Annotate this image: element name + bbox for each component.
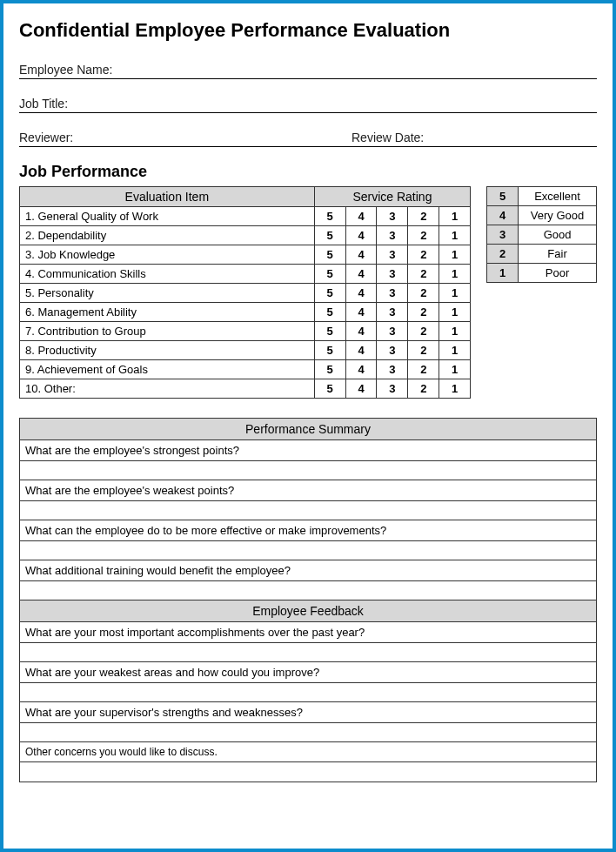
rating-cell-3[interactable]: 3 <box>377 245 408 265</box>
rating-cell-1[interactable]: 1 <box>439 379 471 399</box>
rating-cell-2[interactable]: 2 <box>408 341 439 360</box>
rating-cell-4[interactable]: 4 <box>345 284 377 303</box>
rating-cell-3[interactable]: 3 <box>377 360 408 379</box>
other-concerns-answer[interactable] <box>20 762 596 782</box>
ps-answer[interactable] <box>20 501 596 520</box>
rating-cell-5[interactable]: 5 <box>314 322 345 341</box>
rating-cell-5[interactable]: 5 <box>314 360 345 379</box>
ps-answer[interactable] <box>20 581 596 600</box>
eval-row: 9. Achievement of Goals54321 <box>20 360 471 379</box>
rating-cell-3[interactable]: 3 <box>377 322 408 341</box>
eval-row: 5. Personality54321 <box>20 284 471 303</box>
rating-cell-1[interactable]: 1 <box>439 265 471 284</box>
rating-cell-5[interactable]: 5 <box>314 379 345 399</box>
document-frame: Confidential Employee Performance Evalua… <box>0 0 616 852</box>
rating-cell-1[interactable]: 1 <box>439 360 471 379</box>
ps-question: What are the employee's weakest points? <box>20 480 596 501</box>
legend-row: 4Very Good <box>487 206 597 225</box>
job-title-label: Job Title: <box>19 97 68 111</box>
rating-cell-4[interactable]: 4 <box>345 245 377 265</box>
rating-cell-1[interactable]: 1 <box>439 322 471 341</box>
ps-answer[interactable] <box>20 461 596 480</box>
evaluation-table: Evaluation Item Service Rating 1. Genera… <box>19 186 471 399</box>
legend-desc: Very Good <box>519 206 597 225</box>
rating-cell-5[interactable]: 5 <box>314 303 345 322</box>
rating-cell-4[interactable]: 4 <box>345 207 377 226</box>
rating-cell-4[interactable]: 4 <box>345 226 377 245</box>
field-reviewer-row[interactable]: Reviewer: Review Date: <box>19 129 597 147</box>
rating-cell-4[interactable]: 4 <box>345 265 377 284</box>
rating-cell-3[interactable]: 3 <box>377 265 408 284</box>
rating-cell-5[interactable]: 5 <box>314 226 345 245</box>
rating-cell-3[interactable]: 3 <box>377 284 408 303</box>
rating-cell-2[interactable]: 2 <box>408 322 439 341</box>
performance-summary-section: Performance Summary What are the employe… <box>19 418 597 782</box>
rating-cell-3[interactable]: 3 <box>377 303 408 322</box>
eval-item-label: 5. Personality <box>20 284 315 303</box>
rating-cell-4[interactable]: 4 <box>345 379 377 399</box>
legend-row: 2Fair <box>487 245 597 264</box>
rating-cell-2[interactable]: 2 <box>408 379 439 399</box>
ef-answer[interactable] <box>20 723 596 742</box>
rating-cell-4[interactable]: 4 <box>345 360 377 379</box>
field-employee-name[interactable]: Employee Name: <box>19 61 597 79</box>
legend-num: 3 <box>487 225 519 245</box>
rating-cell-4[interactable]: 4 <box>345 322 377 341</box>
eval-item-label: 3. Job Knowledge <box>20 245 315 265</box>
eval-item-label: 9. Achievement of Goals <box>20 360 315 379</box>
ef-answer[interactable] <box>20 683 596 702</box>
rating-cell-2[interactable]: 2 <box>408 265 439 284</box>
rating-cell-3[interactable]: 3 <box>377 226 408 245</box>
eval-row: 6. Management Ability54321 <box>20 303 471 322</box>
rating-cell-2[interactable]: 2 <box>408 207 439 226</box>
col-evaluation-item: Evaluation Item <box>20 187 315 207</box>
rating-cell-1[interactable]: 1 <box>439 226 471 245</box>
rating-cell-3[interactable]: 3 <box>377 207 408 226</box>
rating-cell-4[interactable]: 4 <box>345 303 377 322</box>
ps-question: What are the employee's strongest points… <box>20 440 596 461</box>
rating-cell-2[interactable]: 2 <box>408 360 439 379</box>
rating-cell-5[interactable]: 5 <box>314 265 345 284</box>
rating-cell-5[interactable]: 5 <box>314 341 345 360</box>
rating-cell-2[interactable]: 2 <box>408 284 439 303</box>
ef-answer[interactable] <box>20 643 596 662</box>
eval-row: 1. General Quality of Work54321 <box>20 207 471 226</box>
rating-cell-3[interactable]: 3 <box>377 341 408 360</box>
eval-item-label: 10. Other: <box>20 379 315 399</box>
legend-num: 2 <box>487 245 519 264</box>
eval-row: 2. Dependability54321 <box>20 226 471 245</box>
rating-cell-1[interactable]: 1 <box>439 303 471 322</box>
rating-cell-2[interactable]: 2 <box>408 303 439 322</box>
eval-row: 10. Other:54321 <box>20 379 471 399</box>
legend-desc: Poor <box>519 264 597 283</box>
performance-row: Evaluation Item Service Rating 1. Genera… <box>19 186 597 399</box>
field-job-title[interactable]: Job Title: <box>19 95 597 113</box>
col-service-rating: Service Rating <box>314 187 471 207</box>
rating-legend: 5Excellent4Very Good3Good2Fair1Poor <box>486 186 597 283</box>
rating-cell-1[interactable]: 1 <box>439 207 471 226</box>
rating-cell-5[interactable]: 5 <box>314 284 345 303</box>
review-date-label: Review Date: <box>264 131 597 144</box>
eval-item-label: 4. Communication Skills <box>20 265 315 284</box>
eval-item-label: 6. Management Ability <box>20 303 315 322</box>
rating-cell-5[interactable]: 5 <box>314 245 345 265</box>
rating-cell-2[interactable]: 2 <box>408 226 439 245</box>
eval-row: 7. Contribution to Group54321 <box>20 322 471 341</box>
rating-cell-1[interactable]: 1 <box>439 245 471 265</box>
legend-num: 4 <box>487 206 519 225</box>
ef-question: What are your supervisor's strengths and… <box>20 702 596 723</box>
eval-row: 4. Communication Skills54321 <box>20 265 471 284</box>
ps-answer[interactable] <box>20 541 596 560</box>
ef-question: What are your weakest areas and how coul… <box>20 662 596 683</box>
legend-row: 1Poor <box>487 264 597 283</box>
rating-cell-4[interactable]: 4 <box>345 341 377 360</box>
job-performance-heading: Job Performance <box>19 163 597 181</box>
ps-question: What additional training would benefit t… <box>20 560 596 581</box>
rating-cell-1[interactable]: 1 <box>439 341 471 360</box>
rating-cell-5[interactable]: 5 <box>314 207 345 226</box>
rating-cell-3[interactable]: 3 <box>377 379 408 399</box>
rating-cell-2[interactable]: 2 <box>408 245 439 265</box>
other-concerns: Other concerns you would like to discuss… <box>20 742 596 762</box>
rating-cell-1[interactable]: 1 <box>439 284 471 303</box>
legend-num: 5 <box>487 187 519 206</box>
